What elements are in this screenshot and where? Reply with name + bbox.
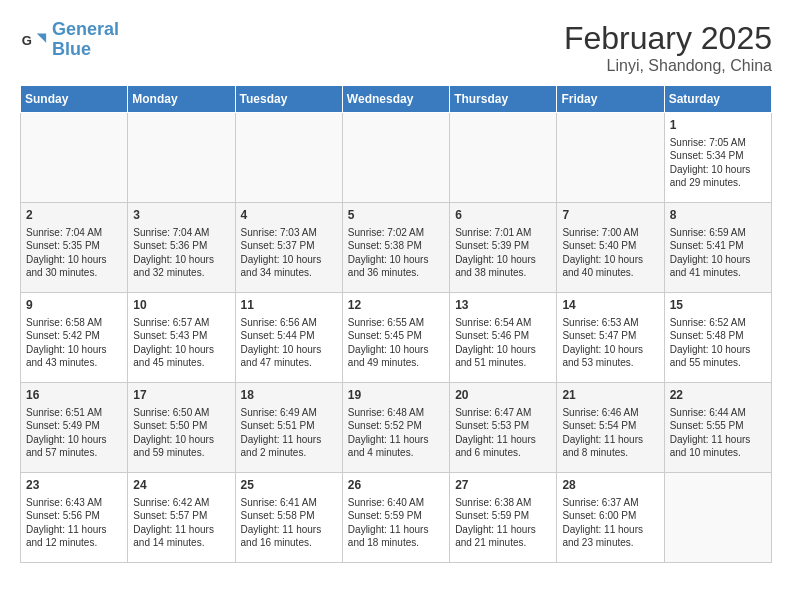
calendar-cell	[664, 473, 771, 563]
cell-content: Daylight: 10 hours and 40 minutes.	[562, 253, 658, 280]
cell-content: Daylight: 11 hours and 16 minutes.	[241, 523, 337, 550]
day-number: 3	[133, 207, 229, 224]
cell-content: Sunrise: 6:59 AM	[670, 226, 766, 240]
cell-content: Sunrise: 7:03 AM	[241, 226, 337, 240]
cell-content: Daylight: 11 hours and 12 minutes.	[26, 523, 122, 550]
weekday-header: Sunday	[21, 86, 128, 113]
day-number: 17	[133, 387, 229, 404]
cell-content: Sunset: 5:37 PM	[241, 239, 337, 253]
cell-content: Sunset: 5:38 PM	[348, 239, 444, 253]
svg-marker-1	[37, 33, 46, 42]
day-number: 15	[670, 297, 766, 314]
cell-content: Daylight: 10 hours and 51 minutes.	[455, 343, 551, 370]
day-number: 6	[455, 207, 551, 224]
day-number: 25	[241, 477, 337, 494]
calendar-cell: 6Sunrise: 7:01 AMSunset: 5:39 PMDaylight…	[450, 203, 557, 293]
calendar-cell: 9Sunrise: 6:58 AMSunset: 5:42 PMDaylight…	[21, 293, 128, 383]
cell-content: Sunrise: 6:58 AM	[26, 316, 122, 330]
cell-content: Sunrise: 6:41 AM	[241, 496, 337, 510]
day-number: 16	[26, 387, 122, 404]
cell-content: Sunrise: 7:01 AM	[455, 226, 551, 240]
weekday-header: Tuesday	[235, 86, 342, 113]
calendar-cell: 17Sunrise: 6:50 AMSunset: 5:50 PMDayligh…	[128, 383, 235, 473]
cell-content: Sunrise: 7:04 AM	[133, 226, 229, 240]
day-number: 19	[348, 387, 444, 404]
calendar-cell: 12Sunrise: 6:55 AMSunset: 5:45 PMDayligh…	[342, 293, 449, 383]
cell-content: Sunset: 5:55 PM	[670, 419, 766, 433]
cell-content: Sunset: 5:46 PM	[455, 329, 551, 343]
calendar-cell: 3Sunrise: 7:04 AMSunset: 5:36 PMDaylight…	[128, 203, 235, 293]
calendar-cell: 4Sunrise: 7:03 AMSunset: 5:37 PMDaylight…	[235, 203, 342, 293]
cell-content: Daylight: 10 hours and 30 minutes.	[26, 253, 122, 280]
calendar-week-row: 1Sunrise: 7:05 AMSunset: 5:34 PMDaylight…	[21, 113, 772, 203]
cell-content: Sunset: 5:52 PM	[348, 419, 444, 433]
cell-content: Sunrise: 6:37 AM	[562, 496, 658, 510]
calendar-cell: 1Sunrise: 7:05 AMSunset: 5:34 PMDaylight…	[664, 113, 771, 203]
calendar-week-row: 9Sunrise: 6:58 AMSunset: 5:42 PMDaylight…	[21, 293, 772, 383]
cell-content: Sunset: 5:50 PM	[133, 419, 229, 433]
cell-content: Daylight: 11 hours and 6 minutes.	[455, 433, 551, 460]
cell-content: Sunrise: 7:05 AM	[670, 136, 766, 150]
cell-content: Sunset: 5:39 PM	[455, 239, 551, 253]
calendar-cell: 26Sunrise: 6:40 AMSunset: 5:59 PMDayligh…	[342, 473, 449, 563]
calendar-cell: 24Sunrise: 6:42 AMSunset: 5:57 PMDayligh…	[128, 473, 235, 563]
day-number: 11	[241, 297, 337, 314]
cell-content: Sunset: 5:59 PM	[348, 509, 444, 523]
calendar-cell: 28Sunrise: 6:37 AMSunset: 6:00 PMDayligh…	[557, 473, 664, 563]
cell-content: Daylight: 11 hours and 14 minutes.	[133, 523, 229, 550]
calendar-cell	[450, 113, 557, 203]
cell-content: Sunrise: 6:40 AM	[348, 496, 444, 510]
cell-content: Sunset: 5:59 PM	[455, 509, 551, 523]
day-number: 23	[26, 477, 122, 494]
page-subtitle: Linyi, Shandong, China	[564, 57, 772, 75]
calendar-cell: 11Sunrise: 6:56 AMSunset: 5:44 PMDayligh…	[235, 293, 342, 383]
weekday-header: Wednesday	[342, 86, 449, 113]
cell-content: Sunset: 5:36 PM	[133, 239, 229, 253]
cell-content: Sunrise: 6:50 AM	[133, 406, 229, 420]
calendar-cell	[21, 113, 128, 203]
calendar-cell: 25Sunrise: 6:41 AMSunset: 5:58 PMDayligh…	[235, 473, 342, 563]
cell-content: Daylight: 10 hours and 36 minutes.	[348, 253, 444, 280]
calendar-cell: 13Sunrise: 6:54 AMSunset: 5:46 PMDayligh…	[450, 293, 557, 383]
weekday-header: Monday	[128, 86, 235, 113]
calendar-cell: 10Sunrise: 6:57 AMSunset: 5:43 PMDayligh…	[128, 293, 235, 383]
cell-content: Daylight: 11 hours and 21 minutes.	[455, 523, 551, 550]
cell-content: Sunrise: 6:49 AM	[241, 406, 337, 420]
calendar-cell: 15Sunrise: 6:52 AMSunset: 5:48 PMDayligh…	[664, 293, 771, 383]
cell-content: Sunset: 5:57 PM	[133, 509, 229, 523]
svg-text:G: G	[22, 32, 32, 47]
cell-content: Daylight: 10 hours and 53 minutes.	[562, 343, 658, 370]
cell-content: Sunset: 5:35 PM	[26, 239, 122, 253]
cell-content: Sunrise: 6:51 AM	[26, 406, 122, 420]
day-number: 18	[241, 387, 337, 404]
logo-text: General Blue	[52, 20, 119, 60]
weekday-header: Saturday	[664, 86, 771, 113]
cell-content: Daylight: 10 hours and 47 minutes.	[241, 343, 337, 370]
cell-content: Sunset: 5:41 PM	[670, 239, 766, 253]
cell-content: Daylight: 10 hours and 57 minutes.	[26, 433, 122, 460]
day-number: 27	[455, 477, 551, 494]
cell-content: Daylight: 10 hours and 45 minutes.	[133, 343, 229, 370]
logo-icon: G	[20, 26, 48, 54]
cell-content: Sunset: 5:48 PM	[670, 329, 766, 343]
cell-content: Sunset: 5:51 PM	[241, 419, 337, 433]
cell-content: Sunrise: 6:54 AM	[455, 316, 551, 330]
cell-content: Daylight: 11 hours and 8 minutes.	[562, 433, 658, 460]
cell-content: Sunrise: 6:55 AM	[348, 316, 444, 330]
calendar-cell: 2Sunrise: 7:04 AMSunset: 5:35 PMDaylight…	[21, 203, 128, 293]
calendar-cell	[235, 113, 342, 203]
cell-content: Daylight: 10 hours and 38 minutes.	[455, 253, 551, 280]
cell-content: Sunrise: 6:44 AM	[670, 406, 766, 420]
day-number: 8	[670, 207, 766, 224]
cell-content: Daylight: 10 hours and 29 minutes.	[670, 163, 766, 190]
cell-content: Sunrise: 6:43 AM	[26, 496, 122, 510]
cell-content: Daylight: 11 hours and 4 minutes.	[348, 433, 444, 460]
cell-content: Sunset: 5:56 PM	[26, 509, 122, 523]
day-number: 1	[670, 117, 766, 134]
weekday-header: Thursday	[450, 86, 557, 113]
calendar-week-row: 2Sunrise: 7:04 AMSunset: 5:35 PMDaylight…	[21, 203, 772, 293]
calendar-cell: 22Sunrise: 6:44 AMSunset: 5:55 PMDayligh…	[664, 383, 771, 473]
day-number: 22	[670, 387, 766, 404]
cell-content: Sunset: 5:42 PM	[26, 329, 122, 343]
calendar-cell: 14Sunrise: 6:53 AMSunset: 5:47 PMDayligh…	[557, 293, 664, 383]
